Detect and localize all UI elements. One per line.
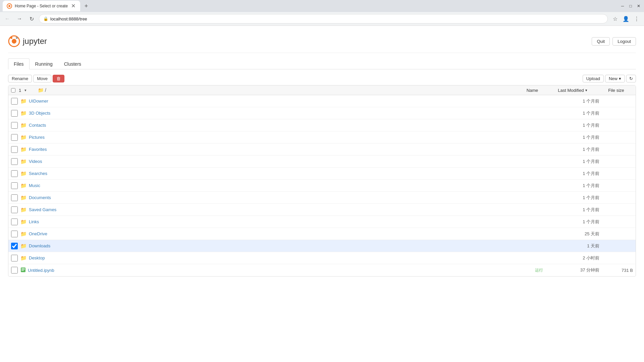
delete-button[interactable]: 🗑 xyxy=(53,75,64,82)
tab-clusters[interactable]: Clusters xyxy=(58,58,87,69)
file-checkbox[interactable] xyxy=(11,98,18,105)
file-name[interactable]: Desktop xyxy=(29,255,546,260)
url-text: localhost:8888/tree xyxy=(50,16,603,21)
col-modified-header[interactable]: Last Modified ▾ xyxy=(546,88,599,93)
file-name[interactable]: OneDrive xyxy=(29,231,546,236)
file-name[interactable]: Pictures xyxy=(29,135,546,140)
col-filesize-header[interactable]: File size xyxy=(599,88,633,93)
file-checkbox[interactable] xyxy=(11,182,18,189)
logout-button[interactable]: Logout xyxy=(612,37,636,46)
folder-icon: 📁 xyxy=(20,122,27,128)
rename-button[interactable]: Rename xyxy=(8,75,32,82)
folder-icon: 📁 xyxy=(20,98,27,104)
reload-button[interactable]: ↻ xyxy=(27,14,36,23)
file-name[interactable]: Untitled.ipynb xyxy=(28,268,535,273)
upload-button[interactable]: Upload xyxy=(583,75,604,82)
file-list-header: 1 ▾ 📁 / Name Last Modified ▾ File size xyxy=(8,85,636,95)
file-checkbox[interactable] xyxy=(11,267,18,274)
tab-running[interactable]: Running xyxy=(30,58,58,69)
svg-rect-7 xyxy=(21,268,25,269)
file-size: 731 B xyxy=(599,268,633,273)
file-name[interactable]: Links xyxy=(29,219,546,224)
file-checkbox[interactable] xyxy=(11,170,18,177)
folder-icon: 📁 xyxy=(20,207,27,213)
list-item: 📁Contacts1 个月前 xyxy=(8,119,636,131)
file-checkbox[interactable] xyxy=(11,110,18,117)
file-checkbox[interactable] xyxy=(11,158,18,165)
file-checkbox[interactable] xyxy=(11,243,18,249)
page-content: jupyter Quit Logout Files Running Cluste… xyxy=(0,26,644,282)
breadcrumb: 📁 / xyxy=(38,87,519,93)
new-dropdown-arrow: ▾ xyxy=(619,76,621,81)
file-checkbox[interactable] xyxy=(11,134,18,141)
header-buttons: Quit Logout xyxy=(592,37,636,46)
list-item: Untitled.ipynb运行37 分钟前731 B xyxy=(8,264,636,276)
file-checkbox[interactable] xyxy=(11,146,18,153)
profile-button[interactable]: 👤 xyxy=(621,14,631,23)
trash-icon: 🗑 xyxy=(56,76,61,81)
bookmark-button[interactable]: ☆ xyxy=(610,14,620,23)
new-button-label: New xyxy=(609,76,618,81)
col-name-header[interactable]: Name xyxy=(519,88,546,93)
refresh-button[interactable]: ↻ xyxy=(626,75,636,82)
nav-tabs: Files Running Clusters xyxy=(8,58,636,69)
extensions-button[interactable]: ⋮ xyxy=(632,14,641,23)
file-name[interactable]: Documents xyxy=(29,195,546,200)
file-modified: 1 个月前 xyxy=(546,219,599,225)
file-name[interactable]: Saved Games xyxy=(29,207,546,212)
maximize-button[interactable]: □ xyxy=(628,3,633,9)
svg-point-1 xyxy=(8,5,10,7)
new-tab-button[interactable]: + xyxy=(82,1,91,11)
file-checkbox[interactable] xyxy=(11,122,18,129)
forward-button[interactable]: → xyxy=(15,14,24,23)
file-name[interactable]: Videos xyxy=(29,159,546,164)
file-checkbox[interactable] xyxy=(11,255,18,261)
header-select: 1 ▾ xyxy=(11,88,38,93)
browser-chrome: Home Page - Select or create ✕ + ─ □ ✕ ←… xyxy=(0,0,644,26)
file-modified: 2 小时前 xyxy=(546,255,599,261)
minimize-button[interactable]: ─ xyxy=(620,3,625,9)
folder-icon: 📁 xyxy=(20,183,27,189)
list-item: 📁Documents1 个月前 xyxy=(8,192,636,204)
select-all-checkbox[interactable] xyxy=(11,88,15,93)
file-name[interactable]: Contacts xyxy=(29,123,546,128)
file-name[interactable]: UIDowner xyxy=(29,99,546,104)
file-modified: 1 天前 xyxy=(546,243,599,249)
svg-point-3 xyxy=(12,39,16,44)
folder-icon: 📁 xyxy=(20,195,27,201)
jupyter-logo-text: jupyter xyxy=(23,37,47,46)
list-item: 📁Favorites1 个月前 xyxy=(8,143,636,156)
url-bar[interactable]: 🔒 localhost:8888/tree xyxy=(39,14,608,23)
file-name[interactable]: Music xyxy=(29,183,546,188)
file-name[interactable]: 3D Objects xyxy=(29,111,546,116)
file-checkbox[interactable] xyxy=(11,219,18,225)
file-name[interactable]: Searches xyxy=(29,171,546,176)
list-item: 📁Searches1 个月前 xyxy=(8,168,636,180)
list-item: 📁Downloads1 天前 xyxy=(8,240,636,252)
file-checkbox[interactable] xyxy=(11,231,18,237)
list-item: 📁Links1 个月前 xyxy=(8,216,636,228)
select-count: 1 xyxy=(19,88,21,93)
list-item: 📁Saved Games1 个月前 xyxy=(8,204,636,216)
column-headers: Name Last Modified ▾ File size xyxy=(519,88,633,93)
back-button[interactable]: ← xyxy=(3,14,12,23)
svg-point-5 xyxy=(16,37,18,39)
jupyter-logo: jupyter xyxy=(8,35,47,47)
file-name[interactable]: Favorites xyxy=(29,147,546,152)
file-checkbox[interactable] xyxy=(11,194,18,201)
close-button[interactable]: ✕ xyxy=(636,3,641,9)
file-checkbox[interactable] xyxy=(11,206,18,213)
new-button[interactable]: New ▾ xyxy=(605,75,625,82)
folder-icon: 📁 xyxy=(20,110,27,116)
tab-files[interactable]: Files xyxy=(8,58,30,69)
jupyter-logo-icon xyxy=(8,35,20,47)
browser-tab-active[interactable]: Home Page - Select or create ✕ xyxy=(3,1,80,11)
file-modified: 1 个月前 xyxy=(546,183,599,189)
tab-close-button[interactable]: ✕ xyxy=(70,3,76,9)
secure-icon: 🔒 xyxy=(43,16,48,21)
move-button[interactable]: Move xyxy=(33,75,51,82)
file-name[interactable]: Downloads xyxy=(29,243,546,248)
folder-icon: 📁 xyxy=(20,159,27,165)
file-toolbar: Rename Move 🗑 Upload New ▾ ↻ xyxy=(8,75,636,82)
quit-button[interactable]: Quit xyxy=(592,37,610,46)
